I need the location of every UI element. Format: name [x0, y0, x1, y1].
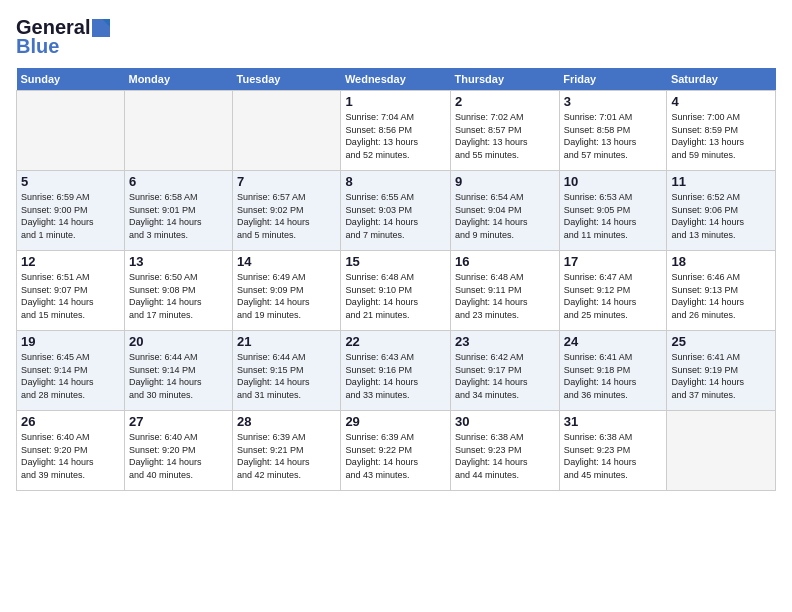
day-info: Sunrise: 6:55 AM Sunset: 9:03 PM Dayligh…: [345, 191, 446, 241]
day-info: Sunrise: 6:44 AM Sunset: 9:15 PM Dayligh…: [237, 351, 336, 401]
day-info: Sunrise: 6:39 AM Sunset: 9:22 PM Dayligh…: [345, 431, 446, 481]
day-number: 8: [345, 174, 446, 189]
calendar-cell: 1Sunrise: 7:04 AM Sunset: 8:56 PM Daylig…: [341, 91, 451, 171]
calendar-cell: 4Sunrise: 7:00 AM Sunset: 8:59 PM Daylig…: [667, 91, 776, 171]
day-number: 23: [455, 334, 555, 349]
calendar-cell: 5Sunrise: 6:59 AM Sunset: 9:00 PM Daylig…: [17, 171, 125, 251]
day-info: Sunrise: 6:39 AM Sunset: 9:21 PM Dayligh…: [237, 431, 336, 481]
day-info: Sunrise: 6:48 AM Sunset: 9:11 PM Dayligh…: [455, 271, 555, 321]
calendar-body: 1Sunrise: 7:04 AM Sunset: 8:56 PM Daylig…: [17, 91, 776, 491]
weekday-header: Monday: [124, 68, 232, 91]
day-number: 20: [129, 334, 228, 349]
day-info: Sunrise: 6:43 AM Sunset: 9:16 PM Dayligh…: [345, 351, 446, 401]
weekday-header: Friday: [559, 68, 667, 91]
calendar-cell: 29Sunrise: 6:39 AM Sunset: 9:22 PM Dayli…: [341, 411, 451, 491]
weekday-row: SundayMondayTuesdayWednesdayThursdayFrid…: [17, 68, 776, 91]
day-info: Sunrise: 6:40 AM Sunset: 9:20 PM Dayligh…: [21, 431, 120, 481]
day-number: 27: [129, 414, 228, 429]
day-number: 13: [129, 254, 228, 269]
day-number: 26: [21, 414, 120, 429]
day-number: 24: [564, 334, 663, 349]
calendar-week-row: 19Sunrise: 6:45 AM Sunset: 9:14 PM Dayli…: [17, 331, 776, 411]
day-number: 9: [455, 174, 555, 189]
calendar-header: SundayMondayTuesdayWednesdayThursdayFrid…: [17, 68, 776, 91]
day-number: 21: [237, 334, 336, 349]
calendar-cell: 7Sunrise: 6:57 AM Sunset: 9:02 PM Daylig…: [233, 171, 341, 251]
calendar-cell: [124, 91, 232, 171]
day-number: 29: [345, 414, 446, 429]
calendar-cell: 31Sunrise: 6:38 AM Sunset: 9:23 PM Dayli…: [559, 411, 667, 491]
calendar-cell: 16Sunrise: 6:48 AM Sunset: 9:11 PM Dayli…: [450, 251, 559, 331]
calendar-cell: 28Sunrise: 6:39 AM Sunset: 9:21 PM Dayli…: [233, 411, 341, 491]
weekday-header: Saturday: [667, 68, 776, 91]
calendar-cell: 10Sunrise: 6:53 AM Sunset: 9:05 PM Dayli…: [559, 171, 667, 251]
day-number: 5: [21, 174, 120, 189]
calendar-cell: [17, 91, 125, 171]
calendar-week-row: 12Sunrise: 6:51 AM Sunset: 9:07 PM Dayli…: [17, 251, 776, 331]
calendar-week-row: 5Sunrise: 6:59 AM Sunset: 9:00 PM Daylig…: [17, 171, 776, 251]
calendar-cell: 24Sunrise: 6:41 AM Sunset: 9:18 PM Dayli…: [559, 331, 667, 411]
day-info: Sunrise: 6:42 AM Sunset: 9:17 PM Dayligh…: [455, 351, 555, 401]
calendar-cell: 21Sunrise: 6:44 AM Sunset: 9:15 PM Dayli…: [233, 331, 341, 411]
calendar-cell: 3Sunrise: 7:01 AM Sunset: 8:58 PM Daylig…: [559, 91, 667, 171]
calendar-cell: 30Sunrise: 6:38 AM Sunset: 9:23 PM Dayli…: [450, 411, 559, 491]
day-info: Sunrise: 6:44 AM Sunset: 9:14 PM Dayligh…: [129, 351, 228, 401]
day-info: Sunrise: 6:59 AM Sunset: 9:00 PM Dayligh…: [21, 191, 120, 241]
day-info: Sunrise: 6:45 AM Sunset: 9:14 PM Dayligh…: [21, 351, 120, 401]
day-number: 18: [671, 254, 771, 269]
calendar-cell: [233, 91, 341, 171]
day-info: Sunrise: 6:53 AM Sunset: 9:05 PM Dayligh…: [564, 191, 663, 241]
day-number: 22: [345, 334, 446, 349]
day-number: 17: [564, 254, 663, 269]
day-info: Sunrise: 6:57 AM Sunset: 9:02 PM Dayligh…: [237, 191, 336, 241]
day-number: 10: [564, 174, 663, 189]
day-info: Sunrise: 6:52 AM Sunset: 9:06 PM Dayligh…: [671, 191, 771, 241]
day-info: Sunrise: 7:01 AM Sunset: 8:58 PM Dayligh…: [564, 111, 663, 161]
day-info: Sunrise: 6:58 AM Sunset: 9:01 PM Dayligh…: [129, 191, 228, 241]
logo-icon: [92, 19, 110, 37]
calendar-cell: 22Sunrise: 6:43 AM Sunset: 9:16 PM Dayli…: [341, 331, 451, 411]
day-info: Sunrise: 7:02 AM Sunset: 8:57 PM Dayligh…: [455, 111, 555, 161]
weekday-header: Wednesday: [341, 68, 451, 91]
day-number: 4: [671, 94, 771, 109]
calendar-cell: 19Sunrise: 6:45 AM Sunset: 9:14 PM Dayli…: [17, 331, 125, 411]
calendar-cell: [667, 411, 776, 491]
calendar-cell: 8Sunrise: 6:55 AM Sunset: 9:03 PM Daylig…: [341, 171, 451, 251]
day-info: Sunrise: 6:41 AM Sunset: 9:19 PM Dayligh…: [671, 351, 771, 401]
day-number: 6: [129, 174, 228, 189]
weekday-header: Tuesday: [233, 68, 341, 91]
day-number: 30: [455, 414, 555, 429]
day-number: 19: [21, 334, 120, 349]
day-number: 2: [455, 94, 555, 109]
day-number: 14: [237, 254, 336, 269]
calendar-cell: 25Sunrise: 6:41 AM Sunset: 9:19 PM Dayli…: [667, 331, 776, 411]
calendar-cell: 2Sunrise: 7:02 AM Sunset: 8:57 PM Daylig…: [450, 91, 559, 171]
calendar-cell: 20Sunrise: 6:44 AM Sunset: 9:14 PM Dayli…: [124, 331, 232, 411]
weekday-header: Thursday: [450, 68, 559, 91]
day-number: 31: [564, 414, 663, 429]
day-info: Sunrise: 6:38 AM Sunset: 9:23 PM Dayligh…: [564, 431, 663, 481]
day-info: Sunrise: 6:38 AM Sunset: 9:23 PM Dayligh…: [455, 431, 555, 481]
calendar-cell: 12Sunrise: 6:51 AM Sunset: 9:07 PM Dayli…: [17, 251, 125, 331]
day-info: Sunrise: 6:49 AM Sunset: 9:09 PM Dayligh…: [237, 271, 336, 321]
day-info: Sunrise: 6:41 AM Sunset: 9:18 PM Dayligh…: [564, 351, 663, 401]
calendar-cell: 9Sunrise: 6:54 AM Sunset: 9:04 PM Daylig…: [450, 171, 559, 251]
calendar-cell: 14Sunrise: 6:49 AM Sunset: 9:09 PM Dayli…: [233, 251, 341, 331]
calendar-cell: 15Sunrise: 6:48 AM Sunset: 9:10 PM Dayli…: [341, 251, 451, 331]
calendar-table: SundayMondayTuesdayWednesdayThursdayFrid…: [16, 68, 776, 491]
day-info: Sunrise: 6:51 AM Sunset: 9:07 PM Dayligh…: [21, 271, 120, 321]
day-number: 11: [671, 174, 771, 189]
day-info: Sunrise: 6:48 AM Sunset: 9:10 PM Dayligh…: [345, 271, 446, 321]
day-number: 1: [345, 94, 446, 109]
calendar-cell: 27Sunrise: 6:40 AM Sunset: 9:20 PM Dayli…: [124, 411, 232, 491]
calendar-cell: 26Sunrise: 6:40 AM Sunset: 9:20 PM Dayli…: [17, 411, 125, 491]
day-info: Sunrise: 6:40 AM Sunset: 9:20 PM Dayligh…: [129, 431, 228, 481]
calendar-cell: 11Sunrise: 6:52 AM Sunset: 9:06 PM Dayli…: [667, 171, 776, 251]
day-number: 28: [237, 414, 336, 429]
day-info: Sunrise: 6:54 AM Sunset: 9:04 PM Dayligh…: [455, 191, 555, 241]
calendar-week-row: 1Sunrise: 7:04 AM Sunset: 8:56 PM Daylig…: [17, 91, 776, 171]
day-number: 25: [671, 334, 771, 349]
day-info: Sunrise: 6:47 AM Sunset: 9:12 PM Dayligh…: [564, 271, 663, 321]
calendar-week-row: 26Sunrise: 6:40 AM Sunset: 9:20 PM Dayli…: [17, 411, 776, 491]
calendar-cell: 6Sunrise: 6:58 AM Sunset: 9:01 PM Daylig…: [124, 171, 232, 251]
